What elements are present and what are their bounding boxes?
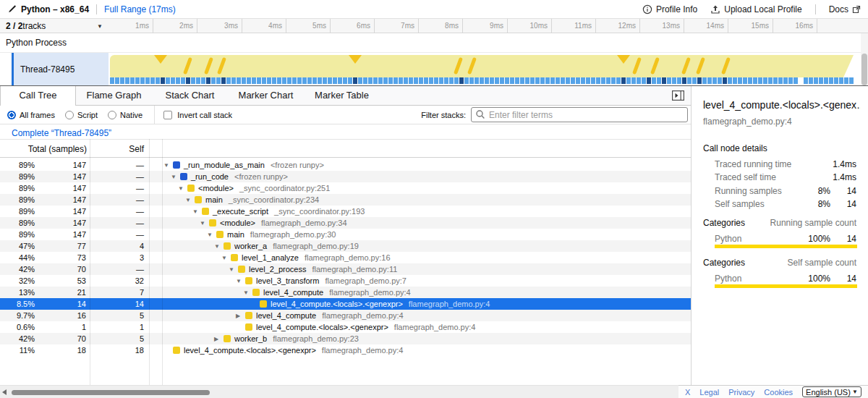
function-cell: ▼worker_aflamegraph_demo.py:19 — [0, 240, 691, 252]
language-select[interactable]: English (US) ▼ — [802, 386, 861, 397]
function-name: level_2_process — [249, 265, 307, 274]
marker-slash-icon[interactable] — [650, 57, 660, 75]
filter-stacks-input[interactable] — [471, 107, 688, 122]
twisty-down-icon[interactable]: ▼ — [214, 243, 224, 250]
call-node-sidebar: level_4_compute.<locals>.<genex… flamegr… — [691, 86, 868, 385]
process-track-header[interactable]: Python Process — [0, 33, 868, 53]
header-actions: Profile Info Upload Local Profile Docs — [642, 4, 861, 14]
twisty-down-icon[interactable]: ▼ — [192, 208, 202, 215]
twisty-down-icon[interactable]: ▼ — [163, 162, 173, 169]
twisty-down-icon[interactable]: ▼ — [178, 185, 187, 192]
gc-marker-icon[interactable] — [617, 55, 630, 64]
sample-segment — [520, 77, 524, 84]
tab-call-tree[interactable]: Call Tree — [0, 86, 76, 106]
self-column-header[interactable]: Self — [93, 144, 144, 154]
marker-slash-icon[interactable] — [696, 57, 705, 75]
docs-link[interactable]: Docs — [829, 4, 861, 14]
table-row[interactable]: 89%147—▼_run_module_as_main<frozen runpy… — [0, 159, 691, 171]
tracks-vertical-scrollbar[interactable] — [861, 33, 868, 85]
category-name: Python — [715, 274, 741, 284]
table-row[interactable]: 89%147—▼_execute_script_sync_coordinator… — [0, 206, 691, 217]
marker-slash-icon[interactable] — [204, 57, 213, 75]
marker-slash-icon[interactable] — [721, 57, 731, 75]
invert-call-stack-checkbox[interactable] — [163, 111, 172, 119]
tab-flame-graph[interactable]: Flame Graph — [76, 86, 152, 105]
table-row[interactable]: 0.6%11level_4_compute.<locals>.<genexpr>… — [0, 321, 691, 333]
timeline-ruler[interactable]: 1ms2ms3ms4ms5ms6ms7ms8ms9ms10ms11ms12ms1… — [109, 19, 861, 33]
table-row[interactable]: 89%147—▼mainflamegraph_demo.py:30 — [0, 229, 691, 240]
table-row[interactable]: 11%1818level_4_compute.<locals>.<genexpr… — [0, 344, 691, 356]
scroll-left-arrow-icon[interactable] — [2, 389, 7, 395]
sample-segment — [272, 77, 276, 84]
complete-thread-link[interactable]: Complete “Thread-78495” — [12, 128, 111, 138]
sample-segment — [788, 77, 793, 84]
table-row[interactable]: 44%733▼level_1_analyzeflamegraph_demo.py… — [0, 252, 691, 263]
twisty-down-icon[interactable]: ▼ — [200, 220, 209, 226]
edit-pencil-icon[interactable] — [7, 4, 17, 14]
table-row[interactable]: 89%147—▼_run_code<frozen runpy> — [0, 171, 691, 182]
table-row[interactable]: 42%705▶worker_bflamegraph_demo.py:23 — [0, 333, 691, 344]
footer-close-link[interactable]: X — [685, 388, 690, 397]
thread-track-graph[interactable] — [109, 53, 861, 85]
table-row[interactable]: 9.7%165▶level_4_computeflamegraph_demo.p… — [0, 310, 691, 321]
sample-segment — [237, 77, 241, 84]
twisty-right-icon[interactable]: ▶ — [214, 336, 224, 342]
profile-title: Python – x86_64 — [21, 4, 89, 14]
marker-slash-icon[interactable] — [467, 57, 477, 75]
twisty-right-icon[interactable]: ▶ — [236, 313, 245, 319]
table-row[interactable]: 13%217▼level_4_computeflamegraph_demo.py… — [0, 287, 691, 298]
marker-slash-icon[interactable] — [217, 57, 226, 75]
gc-marker-icon[interactable] — [349, 55, 362, 64]
twisty-down-icon[interactable]: ▼ — [185, 197, 195, 203]
tab-marker-table[interactable]: Marker Table — [304, 86, 380, 105]
horizontal-scrollbar-thumb[interactable] — [12, 390, 210, 395]
sample-segment — [778, 77, 783, 84]
sidebar-toggle-button[interactable] — [672, 90, 685, 101]
gc-marker-icon[interactable] — [154, 55, 167, 64]
sample-segment — [723, 77, 727, 84]
marker-slash-icon[interactable] — [183, 57, 192, 75]
table-row[interactable]: 47%774▼worker_aflamegraph_demo.py:19 — [0, 240, 691, 252]
radio-script[interactable] — [65, 111, 74, 119]
profile-info-button[interactable]: Profile Info — [642, 4, 697, 14]
twisty-down-icon[interactable]: ▼ — [221, 255, 231, 261]
upload-profile-button[interactable]: Upload Local Profile — [710, 4, 801, 14]
tab-stack-chart[interactable]: Stack Chart — [152, 86, 228, 105]
scrollbar-thumb[interactable] — [861, 54, 867, 85]
category-percent: 100% — [808, 274, 830, 284]
table-row[interactable]: 89%147—▼<module>_sync_coordinator.py:251 — [0, 182, 691, 194]
tab-marker-chart[interactable]: Marker Chart — [228, 86, 304, 105]
table-row[interactable]: 32%5332▼level_3_transformflamegraph_demo… — [0, 275, 691, 287]
sample-segment — [318, 77, 322, 84]
twisty-down-icon[interactable]: ▼ — [229, 266, 238, 273]
twisty-down-icon[interactable]: ▼ — [171, 174, 180, 180]
function-cell: ▼main_sync_coordinator.py:234 — [0, 194, 691, 206]
total-column-header[interactable]: Total (samples) — [0, 144, 87, 154]
twisty-down-icon[interactable]: ▼ — [236, 278, 245, 284]
footer-link-legal[interactable]: Legal — [699, 388, 719, 397]
sample-segment — [510, 77, 514, 84]
table-row[interactable]: 89%147—▼<module>flamegraph_demo.py:34 — [0, 217, 691, 229]
yellow-category-icon — [173, 347, 180, 354]
footer-link-cookies[interactable]: Cookies — [764, 388, 793, 397]
sample-segment — [530, 77, 535, 84]
full-range-link[interactable]: Full Range (17ms) — [104, 4, 176, 14]
table-row[interactable]: 42%70—▼level_2_processflamegraph_demo.py… — [0, 263, 691, 275]
thread-track-label[interactable]: Thread-78495 — [14, 53, 109, 85]
twisty-down-icon[interactable]: ▼ — [207, 232, 216, 238]
sample-count-label: Self sample count — [788, 258, 856, 268]
footer-link-privacy[interactable]: Privacy — [728, 388, 754, 397]
marker-slash-icon[interactable] — [454, 57, 463, 75]
table-row[interactable]: 8.5%1414level_4_compute.<locals>.<genexp… — [0, 298, 691, 310]
twisty-down-icon[interactable]: ▼ — [243, 289, 252, 296]
function-name: level_4_compute.<locals>.<genexpr> — [256, 323, 388, 331]
tracks-dropdown[interactable]: 2 / 2 tracks ▼ — [0, 19, 109, 33]
ruler-tick-label: 1ms — [109, 22, 149, 30]
marker-slash-icon[interactable] — [632, 57, 642, 75]
radio-all-frames[interactable] — [7, 111, 16, 119]
table-row[interactable]: 89%147—▼main_sync_coordinator.py:234 — [0, 194, 691, 206]
sample-segment — [221, 77, 226, 84]
marker-slash-icon[interactable] — [681, 57, 691, 75]
radio-native[interactable] — [108, 111, 116, 119]
horizontal-scrollbar[interactable] — [0, 385, 678, 398]
